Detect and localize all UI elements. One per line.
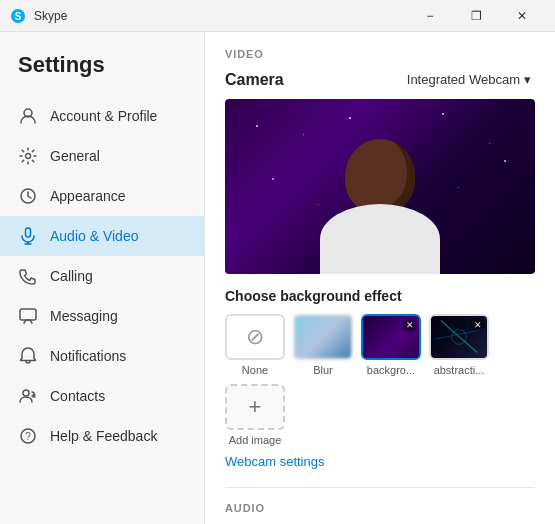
sidebar-item-general[interactable]: General <box>0 136 204 176</box>
person-silhouette <box>320 134 440 274</box>
bg-option-blur[interactable]: Blur <box>293 314 353 376</box>
sidebar: Settings Account & Profile General <box>0 32 205 524</box>
content-area: VIDEO Camera Integrated Webcam ▾ <box>205 32 555 524</box>
contacts-icon <box>18 386 38 406</box>
bg-option-add-label: Add image <box>229 434 282 446</box>
add-image-icon: + <box>249 394 262 420</box>
phone-icon <box>18 266 38 286</box>
sidebar-item-calling[interactable]: Calling <box>0 256 204 296</box>
bg-option-bg1-label: backgro... <box>367 364 415 376</box>
person-icon <box>18 106 38 126</box>
camera-dropdown[interactable]: Integrated Webcam ▾ <box>403 70 535 89</box>
bg-option-bg2[interactable]: ✕ abstracti... <box>429 314 489 376</box>
svg-text:S: S <box>15 11 22 22</box>
help-icon: ? <box>18 426 38 446</box>
person-head <box>345 139 415 214</box>
svg-text:?: ? <box>25 431 31 442</box>
sidebar-item-contacts[interactable]: Contacts <box>0 376 204 416</box>
bell-icon <box>18 346 38 366</box>
bg-option-none[interactable]: ⊘ None <box>225 314 285 376</box>
section-divider <box>225 487 535 488</box>
sidebar-item-account[interactable]: Account & Profile <box>0 96 204 136</box>
camera-row: Camera Integrated Webcam ▾ <box>225 70 535 89</box>
sidebar-item-appearance[interactable]: Appearance <box>0 176 204 216</box>
chat-icon <box>18 306 38 326</box>
appearance-icon <box>18 186 38 206</box>
sidebar-item-help[interactable]: ? Help & Feedback <box>0 416 204 456</box>
bg-effect-title: Choose background effect <box>225 288 535 304</box>
gear-icon <box>18 146 38 166</box>
title-bar: S Skype − ❐ ✕ <box>0 0 555 32</box>
sidebar-item-contacts-label: Contacts <box>50 388 105 404</box>
sidebar-item-general-label: General <box>50 148 100 164</box>
sidebar-item-notifications[interactable]: Notifications <box>0 336 204 376</box>
sidebar-item-notifications-label: Notifications <box>50 348 126 364</box>
no-bg-icon: ⊘ <box>246 324 264 350</box>
app-icon: S <box>10 8 26 24</box>
bg-thumb-bg1[interactable]: ✕ <box>361 314 421 360</box>
mic-icon <box>18 226 38 246</box>
bg-thumb-blur[interactable] <box>293 314 353 360</box>
bg1-close-button[interactable]: ✕ <box>403 318 417 332</box>
sidebar-item-account-label: Account & Profile <box>50 108 157 124</box>
camera-dropdown-value: Integrated Webcam <box>407 72 520 87</box>
bg-option-add[interactable]: + Add image <box>225 384 285 446</box>
svg-rect-5 <box>26 228 31 237</box>
chevron-down-icon: ▾ <box>524 72 531 87</box>
bg-option-none-label: None <box>242 364 268 376</box>
camera-label: Camera <box>225 71 284 89</box>
sidebar-item-audio-video[interactable]: Audio & Video <box>0 216 204 256</box>
bg-thumb-add[interactable]: + <box>225 384 285 430</box>
maximize-button[interactable]: ❐ <box>453 0 499 32</box>
sidebar-item-messaging-label: Messaging <box>50 308 118 324</box>
close-button[interactable]: ✕ <box>499 0 545 32</box>
window-controls: − ❐ ✕ <box>407 0 545 32</box>
svg-rect-8 <box>20 309 36 320</box>
video-section-label: VIDEO <box>225 48 535 60</box>
app-title: Skype <box>34 9 407 23</box>
sidebar-item-calling-label: Calling <box>50 268 93 284</box>
camera-preview <box>225 99 535 274</box>
webcam-settings-link[interactable]: Webcam settings <box>225 454 324 469</box>
bg-option-bg2-label: abstracti... <box>434 364 485 376</box>
sidebar-title: Settings <box>0 42 204 96</box>
sidebar-item-help-label: Help & Feedback <box>50 428 157 444</box>
person-shirt <box>320 204 440 274</box>
bg-options-row: ⊘ None Blur ✕ backgro... ✕ <box>225 314 535 446</box>
sidebar-item-messaging[interactable]: Messaging <box>0 296 204 336</box>
main-layout: Settings Account & Profile General <box>0 32 555 524</box>
svg-line-13 <box>436 330 482 339</box>
svg-point-3 <box>26 154 31 159</box>
bg-thumb-none[interactable]: ⊘ <box>225 314 285 360</box>
svg-point-9 <box>23 390 29 396</box>
bg-option-bg1[interactable]: ✕ backgro... <box>361 314 421 376</box>
bg-thumb-bg2[interactable]: ✕ <box>429 314 489 360</box>
minimize-button[interactable]: − <box>407 0 453 32</box>
audio-section-label: AUDIO <box>225 502 535 514</box>
sidebar-item-audio-video-label: Audio & Video <box>50 228 138 244</box>
bg-option-blur-label: Blur <box>313 364 333 376</box>
sidebar-item-appearance-label: Appearance <box>50 188 126 204</box>
